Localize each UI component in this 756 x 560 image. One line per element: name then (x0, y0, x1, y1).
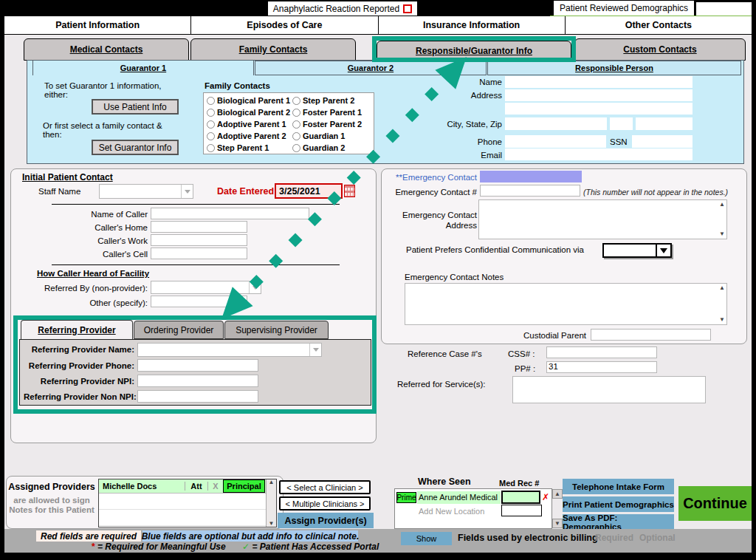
radio-adoptive-parent-2[interactable]: Adoptive Parent 2 (205, 130, 291, 142)
emergency-number-input[interactable] (480, 185, 580, 197)
tab-guarantor-2[interactable]: Guarantor 2 (255, 61, 487, 75)
radio-foster-parent-2[interactable]: Foster Parent 2 (291, 118, 372, 130)
radio-icon (207, 97, 215, 105)
set-guarantor-info-button[interactable]: Set Guarantor Info (92, 140, 179, 155)
guarantor-email-input[interactable] (505, 148, 693, 160)
emergency-number-note: (This number will not appear in the note… (583, 188, 728, 197)
location-name[interactable]: Anne Arundel Medical (417, 491, 501, 504)
family-contacts-group: Biological Parent 1 Biological Parent 2 … (203, 92, 374, 154)
emergency-contact-input[interactable] (480, 171, 582, 182)
scroll-up-icon[interactable]: ▲ (719, 202, 725, 208)
remove-provider-x[interactable]: X (207, 482, 223, 491)
tab-supervising-provider[interactable]: Supervising Provider (224, 321, 329, 339)
radio-icon (207, 120, 215, 129)
tab-other-contacts[interactable]: Other Contacts (565, 16, 752, 34)
name-of-caller-input[interactable] (151, 208, 309, 219)
new-med-rec-input[interactable] (501, 505, 542, 516)
use-patient-info-button[interactable]: Use Patient Info (92, 99, 179, 115)
referred-services-textarea[interactable] (512, 376, 706, 403)
radio-guardian-2[interactable]: Guardian 2 (291, 142, 372, 154)
guarantor-state-input[interactable] (610, 117, 633, 130)
show-button[interactable]: Show (401, 532, 452, 545)
staff-name-dropdown[interactable] (99, 184, 193, 199)
callers-work-input[interactable] (151, 234, 247, 246)
chevron-down-icon (309, 344, 321, 356)
radio-guardian-1[interactable]: Guardian 1 (291, 130, 372, 142)
pp-input[interactable]: 31 (546, 361, 657, 373)
assigned-providers-list: Michelle Docs Att X Principal ▲ ▼ (98, 479, 277, 527)
prime-badge[interactable]: Prime (396, 492, 416, 503)
callers-cell-input[interactable] (151, 247, 247, 259)
print-demographics-button[interactable]: Print Patient Demographics (563, 496, 674, 512)
guarantor-address-input-2[interactable] (505, 103, 693, 115)
radio-foster-parent-1[interactable]: Foster Parent 1 (291, 106, 372, 118)
guarantor-address-input-1[interactable] (505, 89, 693, 101)
guarantor-phone-input[interactable] (505, 135, 606, 148)
tab-referring-provider[interactable]: Referring Provider (21, 320, 133, 339)
guarantor-city-input[interactable] (505, 117, 607, 130)
scroll-up-icon[interactable]: ▲ (719, 285, 725, 291)
where-seen-scroll-down[interactable]: ▼ (552, 519, 563, 528)
referred-by-dropdown[interactable] (151, 281, 261, 294)
telephone-intake-button[interactable]: Telephone Intake Form (563, 479, 674, 494)
red-fields-legend: Red fields are required (36, 530, 141, 542)
guarantor-zip-input[interactable] (636, 117, 693, 130)
guarantor-ssn-input[interactable] (632, 135, 693, 148)
anaphylactic-checkbox[interactable] (403, 4, 412, 13)
principal-badge[interactable]: Principal (223, 479, 265, 493)
date-entered-label: Date Entered (217, 186, 274, 197)
tab-insurance-information[interactable]: Insurance Information (378, 16, 565, 34)
subtab-responsible-guarantor[interactable]: Responsible/Guarantor Info (377, 41, 571, 61)
emergency-notes-textarea[interactable]: ▲ ▼ (405, 283, 727, 325)
subtab-medical-contacts[interactable]: Medical Contacts (24, 38, 189, 61)
assign-providers-button[interactable]: Assign Provider(s) (278, 513, 374, 528)
referring-non-npi-input[interactable] (137, 390, 258, 403)
date-entered-field[interactable]: 3/25/2021 (275, 183, 343, 199)
radio-biological-parent-2[interactable]: Biological Parent 2 (205, 106, 291, 118)
subtab-family-contacts[interactable]: Family Contacts (190, 38, 356, 61)
subtab-custom-contacts[interactable]: Custom Contacts (574, 38, 746, 61)
referring-non-npi-label: Referring Provider Non NPI: (24, 392, 134, 401)
multiple-clinicians-button[interactable]: < Multiple Clinicians > (279, 496, 371, 511)
callers-home-input[interactable] (151, 221, 247, 233)
scroll-up-icon[interactable]: ▲ (269, 479, 275, 485)
where-seen-scroll-up[interactable]: ▲ (552, 489, 563, 499)
tab-patient-information[interactable]: Patient Information (4, 16, 190, 34)
css-input[interactable] (546, 346, 657, 358)
scroll-down-icon[interactable]: ▼ (269, 521, 275, 527)
radio-step-parent-2[interactable]: Step Parent 2 (291, 95, 372, 106)
tab-guarantor-1[interactable]: Guarantor 1 (32, 60, 254, 75)
radio-biological-parent-1[interactable]: Biological Parent 1 (205, 95, 291, 106)
select-clinician-button[interactable]: < Select a Clinician > (279, 480, 371, 494)
guarantor-name-input[interactable] (505, 76, 693, 88)
confidential-dropdown[interactable] (602, 243, 672, 258)
referring-npi-label: Referring Provider NPI: (24, 377, 134, 386)
scroll-down-icon[interactable]: ▼ (719, 231, 725, 237)
referred-services-label: Referred for Service(s): (397, 380, 486, 389)
billing-fields-label: Fields used by electronic billing (458, 533, 598, 543)
custodial-parent-input[interactable] (591, 329, 711, 341)
scroll-down-icon[interactable]: ▼ (719, 317, 725, 323)
radio-adoptive-parent-1[interactable]: Adoptive Parent 1 (205, 118, 291, 130)
radio-icon (292, 120, 300, 129)
referring-name-dropdown[interactable] (137, 343, 322, 357)
other-specify-input[interactable] (151, 296, 247, 307)
tab-responsible-person[interactable]: Responsible Person (487, 61, 741, 75)
med-rec-input[interactable] (501, 491, 540, 504)
calendar-icon[interactable] (344, 185, 355, 197)
provider-row[interactable]: Michelle Docs Att X Principal (99, 479, 266, 494)
referred-by-label: Referred By (non-provider): (22, 284, 148, 293)
remove-location-x[interactable]: ✗ (542, 492, 549, 502)
referring-npi-input[interactable] (137, 375, 258, 387)
list-scrollbar[interactable]: ▲ ▼ (266, 479, 276, 527)
tab-ordering-provider[interactable]: Ordering Provider (134, 321, 224, 339)
radio-step-parent-1[interactable]: Step Parent 1 (205, 142, 291, 154)
tab-episodes-of-care[interactable]: Episodes of Care (190, 16, 377, 34)
referring-phone-input[interactable] (137, 359, 258, 372)
emergency-address-textarea[interactable]: ▲ ▼ (478, 199, 727, 239)
save-pdf-button[interactable]: Save As PDF: Demographics (563, 514, 674, 530)
continue-button[interactable]: Continue (678, 486, 752, 521)
add-new-location[interactable]: Add New Location (419, 507, 484, 516)
chevron-down-icon (249, 281, 261, 293)
att-flag[interactable]: Att (185, 482, 207, 491)
